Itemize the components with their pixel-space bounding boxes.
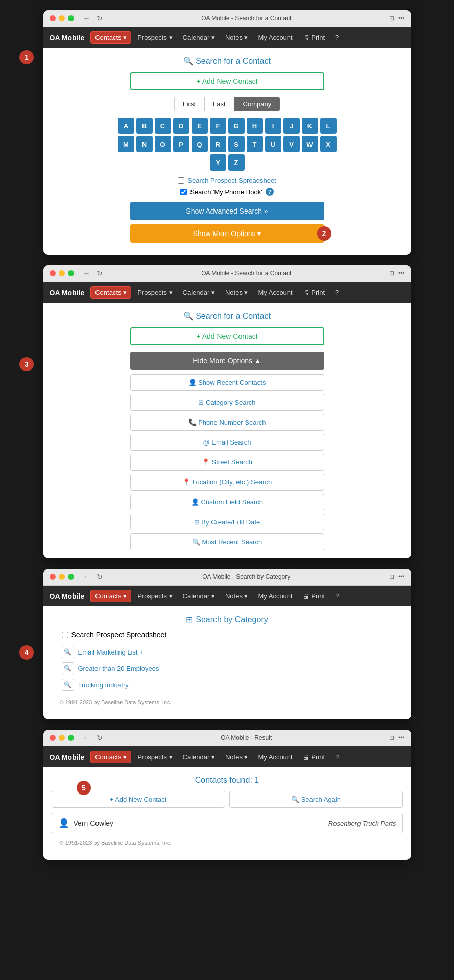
- nav-notes-3[interactable]: Notes ▾: [221, 590, 252, 602]
- alpha-Q[interactable]: Q: [192, 136, 208, 152]
- nav-print-3[interactable]: 🖨 Print: [299, 590, 329, 602]
- option-street-search[interactable]: 📍 Street Search: [130, 454, 324, 471]
- alpha-C[interactable]: C: [155, 118, 171, 134]
- prospect-spreadsheet-checkbox-1[interactable]: [178, 177, 184, 184]
- nav-help-3[interactable]: ?: [331, 590, 343, 602]
- nav-help-4[interactable]: ?: [331, 751, 343, 763]
- option-phone-search[interactable]: 📞 Phone Number Search: [130, 414, 324, 431]
- nav-calendar-1[interactable]: Calendar ▾: [179, 32, 219, 43]
- close-btn-2[interactable]: [50, 270, 56, 276]
- back-button-4[interactable]: ←: [82, 734, 91, 742]
- nav-help-1[interactable]: ?: [331, 32, 343, 43]
- alpha-Z[interactable]: Z: [228, 154, 245, 171]
- option-email-search[interactable]: @ Email Search: [130, 434, 324, 451]
- nav-contacts-4[interactable]: Contacts ▾: [90, 751, 131, 763]
- alpha-T[interactable]: T: [247, 136, 263, 152]
- option-custom-field-search[interactable]: 👤 Custom Field Search: [130, 494, 324, 510]
- option-location-search[interactable]: 📍 Location (City, etc.) Search: [130, 474, 324, 491]
- maximize-btn-3[interactable]: [68, 574, 74, 580]
- hide-more-options-button[interactable]: Hide More Options ▲: [130, 352, 324, 370]
- nav-contacts-3[interactable]: Contacts ▾: [90, 590, 131, 602]
- nav-calendar-2[interactable]: Calendar ▾: [179, 287, 219, 298]
- minimize-btn-2[interactable]: [59, 270, 65, 276]
- contact-result-row[interactable]: 👤 Vern Cowley Rosenberg Truck Parts: [52, 813, 403, 833]
- alpha-V[interactable]: V: [283, 136, 300, 152]
- maximize-btn-4[interactable]: [68, 735, 74, 741]
- nav-calendar-3[interactable]: Calendar ▾: [179, 590, 219, 602]
- alpha-O[interactable]: O: [155, 136, 171, 152]
- nav-prospects-3[interactable]: Prospects ▾: [133, 590, 176, 602]
- address-bar-1[interactable]: OA Mobile - Search for a Contact: [108, 15, 385, 22]
- nav-notes-1[interactable]: Notes ▾: [221, 32, 252, 43]
- refresh-button-3[interactable]: ↻: [95, 573, 104, 581]
- refresh-button-4[interactable]: ↻: [95, 734, 104, 742]
- close-btn-4[interactable]: [50, 735, 56, 741]
- back-button[interactable]: ←: [82, 14, 91, 22]
- alpha-N[interactable]: N: [136, 136, 153, 152]
- help-icon-1[interactable]: ?: [266, 188, 274, 196]
- alpha-P[interactable]: P: [173, 136, 189, 152]
- nav-print-4[interactable]: 🖨 Print: [299, 751, 329, 763]
- nav-prospects-4[interactable]: Prospects ▾: [133, 751, 176, 763]
- add-contact-button-2[interactable]: + Add New Contact: [130, 327, 324, 345]
- option-category-search[interactable]: ⊞ Category Search: [130, 394, 324, 411]
- maximize-btn[interactable]: [68, 15, 74, 21]
- show-advanced-search-button[interactable]: Show Advanced Search »: [130, 202, 324, 220]
- category-item-3[interactable]: 🔍 Trucking Industry: [62, 676, 393, 693]
- alpha-E[interactable]: E: [192, 118, 208, 134]
- alpha-S[interactable]: S: [228, 136, 245, 152]
- back-button-3[interactable]: ←: [82, 573, 91, 581]
- minimize-btn[interactable]: [59, 15, 65, 21]
- category-item-2[interactable]: 🔍 Greater than 20 Employees: [62, 660, 393, 676]
- nav-myaccount-2[interactable]: My Account: [254, 287, 297, 298]
- tab-company[interactable]: Company: [234, 97, 280, 111]
- alpha-X[interactable]: X: [320, 136, 337, 152]
- alpha-M[interactable]: M: [118, 136, 134, 152]
- show-more-options-button[interactable]: Show More Options ▾: [130, 224, 324, 243]
- minimize-btn-4[interactable]: [59, 735, 65, 741]
- minimize-btn-3[interactable]: [59, 574, 65, 580]
- alpha-Y[interactable]: Y: [210, 154, 226, 171]
- address-bar-4[interactable]: OA Mobile - Result: [108, 734, 385, 741]
- nav-myaccount-4[interactable]: My Account: [254, 751, 297, 763]
- prospect-spreadsheet-checkbox-3[interactable]: [62, 632, 68, 638]
- nav-prospects-1[interactable]: Prospects ▾: [133, 32, 176, 43]
- maximize-btn-2[interactable]: [68, 270, 74, 276]
- alpha-I[interactable]: I: [265, 118, 281, 134]
- nav-help-2[interactable]: ?: [331, 287, 343, 298]
- alpha-F[interactable]: F: [210, 118, 226, 134]
- nav-myaccount-1[interactable]: My Account: [254, 32, 297, 43]
- nav-calendar-4[interactable]: Calendar ▾: [179, 751, 219, 763]
- close-btn[interactable]: [50, 15, 56, 21]
- nav-print-1[interactable]: 🖨 Print: [299, 32, 329, 43]
- close-btn-3[interactable]: [50, 574, 56, 580]
- alpha-D[interactable]: D: [173, 118, 189, 134]
- alpha-J[interactable]: J: [283, 118, 300, 134]
- alpha-G[interactable]: G: [228, 118, 245, 134]
- alpha-K[interactable]: K: [302, 118, 318, 134]
- nav-notes-4[interactable]: Notes ▾: [221, 751, 252, 763]
- option-by-date-search[interactable]: ⊞ By Create/Edit Date: [130, 514, 324, 530]
- option-recent-contacts[interactable]: 👤 Show Recent Contacts: [130, 374, 324, 391]
- alpha-W[interactable]: W: [302, 136, 318, 152]
- prospect-spreadsheet-label-1[interactable]: Search Prospect Spreadsheet: [187, 177, 276, 184]
- tab-first[interactable]: First: [174, 97, 204, 111]
- nav-notes-2[interactable]: Notes ▾: [221, 287, 252, 298]
- alpha-A[interactable]: A: [118, 118, 134, 134]
- nav-print-2[interactable]: 🖨 Print: [299, 287, 329, 298]
- alpha-B[interactable]: B: [136, 118, 153, 134]
- prospect-spreadsheet-label-3[interactable]: Search Prospect Spreadsheet: [71, 631, 167, 639]
- option-most-recent-search[interactable]: 🔍 Most Recent Search: [130, 533, 324, 550]
- alpha-L[interactable]: L: [320, 118, 337, 134]
- category-item-1[interactable]: 🔍 Email Marketing List +: [62, 644, 393, 660]
- address-bar-2[interactable]: OA Mobile - Search for a Contact: [108, 270, 385, 277]
- alpha-H[interactable]: H: [247, 118, 263, 134]
- tab-last[interactable]: Last: [204, 97, 234, 111]
- alpha-R[interactable]: R: [210, 136, 226, 152]
- address-bar-3[interactable]: OA Mobile - Search by Category: [108, 573, 385, 580]
- refresh-button-2[interactable]: ↻: [95, 269, 104, 277]
- nav-contacts-1[interactable]: Contacts ▾: [90, 31, 131, 44]
- add-contact-button-1[interactable]: + Add New Contact: [130, 72, 324, 90]
- nav-myaccount-3[interactable]: My Account: [254, 590, 297, 602]
- refresh-button[interactable]: ↻: [95, 14, 104, 22]
